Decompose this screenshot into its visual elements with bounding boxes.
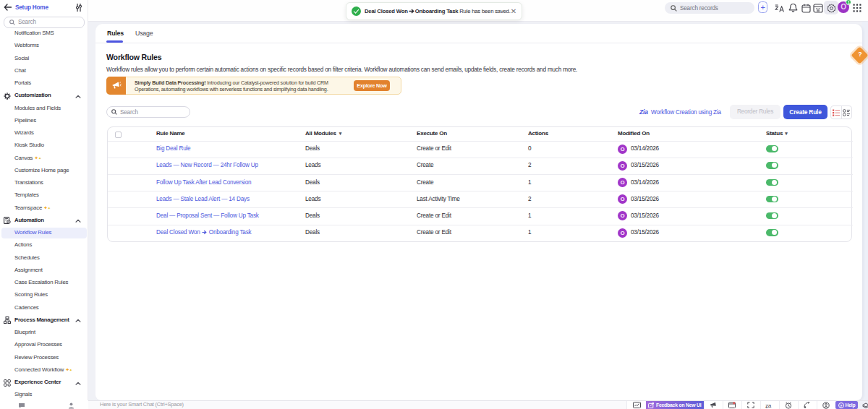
svg-text:z̭a: z̭a bbox=[765, 402, 772, 409]
